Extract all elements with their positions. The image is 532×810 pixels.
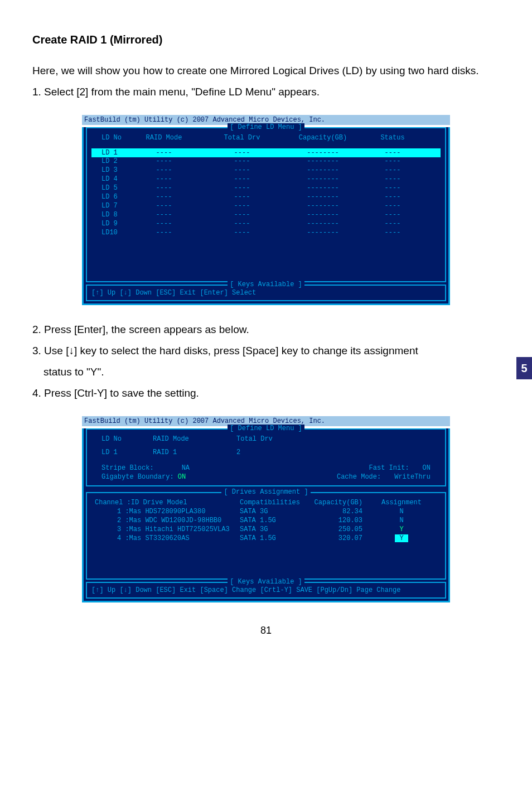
ld-row[interactable]: LD 7-------------------- [91, 202, 441, 210]
ld-row[interactable]: LD 6-------------------- [91, 193, 441, 201]
header-total-drv: Total Drv [231, 435, 309, 443]
step-2: 2. Press [Enter], the screen appears as … [32, 321, 500, 339]
intro-paragraph: Here, we will show you how to create one… [32, 62, 500, 80]
drive-model: 1 :Mas HDS728090PLA380 [95, 508, 240, 515]
ld-cell-total: ---- [203, 220, 281, 228]
gigabyte-boundary-label: Gigabyte Boundary: [101, 473, 174, 481]
header-capacity: Capacity(GB) [312, 499, 374, 507]
header-status: Status [365, 134, 420, 142]
drive-assignment: Y [374, 534, 429, 542]
ld-cell-status: ---- [365, 157, 420, 165]
header-capacity: Capacity(GB) [281, 134, 365, 142]
ld-cell-total: ---- [203, 211, 281, 219]
ld-row[interactable]: LD 8-------------------- [91, 211, 441, 219]
drive-capacity: 120.03 [312, 517, 374, 524]
bios-box-title: [ Define LD Menu ] [228, 123, 304, 131]
drive-assignment: N [374, 517, 429, 524]
ld-cell-ld: LD 2 [91, 157, 125, 165]
drive-row[interactable]: 2 :Mas WDC WD1200JD-98HBB0SATA 1.5G120.0… [91, 517, 441, 524]
step-4: 4. Press [Ctrl-Y] to save the setting. [32, 384, 500, 402]
drive-assignment: N [374, 508, 429, 515]
ld-cell-raid: ---- [125, 157, 203, 165]
drive-assignment: Y [374, 525, 429, 533]
drive-compat: SATA 1.5G [240, 517, 312, 524]
ld-cell-cap: -------- [281, 175, 365, 183]
ld-cell-total: ---- [203, 157, 281, 165]
ld-row-total: 2 [231, 449, 309, 456]
ld-cell-ld: LD 5 [91, 184, 125, 192]
header-raid-mode: RAID Mode [153, 435, 231, 443]
ld-row[interactable]: LD 2-------------------- [91, 157, 441, 165]
ld-cell-raid: ---- [125, 166, 203, 174]
ld-cell-cap: -------- [281, 193, 365, 201]
ld-cell-total: ---- [203, 175, 281, 183]
header-raid-mode: RAID Mode [125, 134, 203, 142]
ld-cell-ld: LD 9 [91, 220, 125, 228]
stripe-block-label: Stripe Block: [101, 464, 154, 472]
ld-cell-status: ---- [365, 175, 420, 183]
ld-cell-total: ---- [203, 166, 281, 174]
ld-row[interactable]: LD 5-------------------- [91, 184, 441, 192]
drive-row[interactable]: 3 :Mas Hitachi HDT725025VLA3SATA 3G250.0… [91, 525, 441, 533]
ld-cell-ld: LD 6 [91, 193, 125, 201]
ld-cell-raid: ---- [125, 211, 203, 219]
drive-model: 4 :Mas ST3320620AS [95, 534, 240, 542]
ld-row[interactable]: LD 9-------------------- [91, 220, 441, 228]
ld-cell-cap: -------- [281, 184, 365, 192]
ld-cell-status: ---- [365, 202, 420, 210]
ld-cell-raid: ---- [125, 220, 203, 228]
header-channel-model: Channel :ID Drive Model [95, 499, 240, 507]
ld-cell-cap: -------- [281, 166, 365, 174]
drive-model: 2 :Mas WDC WD1200JD-98HBB0 [95, 517, 240, 524]
bios-box-title: [ Define LD Menu ] [228, 425, 304, 432]
ld-cell-cap: -------- [281, 202, 365, 210]
drive-compat: SATA 3G [240, 508, 312, 515]
page-number: 81 [32, 625, 500, 637]
keys-footer: [↑] Up [↓] Down [ESC] Exit [Enter] Selec… [91, 289, 441, 297]
ld-cell-cap: -------- [281, 229, 365, 237]
header-assignment: Assignment [374, 499, 429, 507]
ld-cell-raid: ---- [125, 184, 203, 192]
ld-cell-cap: -------- [281, 149, 365, 157]
ld-cell-cap: -------- [281, 211, 365, 219]
ld-cell-total: ---- [203, 193, 281, 201]
ld-cell-total: ---- [203, 202, 281, 210]
cache-mode-value: WriteThru [394, 473, 431, 481]
ld-cell-status: ---- [365, 184, 420, 192]
cache-mode-label: Cache Mode: [337, 473, 381, 481]
step-3-line1: 3. Use [↓] key to select the hard disks,… [32, 342, 500, 360]
fast-init-label: Fast Init: [369, 464, 409, 472]
section-heading: Create RAID 1 (Mirrored) [32, 33, 500, 46]
header-compatibilities: Compatibilities [240, 499, 312, 507]
drive-row[interactable]: 1 :Mas HDS728090PLA380SATA 3G82.34N [91, 508, 441, 515]
drive-compat: SATA 3G [240, 525, 312, 533]
step-1: 1. Select [2] from the main menu, "Defin… [32, 83, 500, 101]
ld-row[interactable]: LD 1-------------------- [91, 148, 441, 157]
ld-row-ld: LD 1 [91, 449, 153, 456]
ld-cell-total: ---- [203, 149, 281, 157]
fast-init-value: ON [423, 464, 431, 472]
ld-row[interactable]: LD10-------------------- [91, 229, 441, 237]
ld-row[interactable]: LD 3-------------------- [91, 166, 441, 174]
ld-cell-status: ---- [365, 149, 420, 157]
ld-cell-status: ---- [365, 193, 420, 201]
step-3-line2: status to "Y". [32, 363, 500, 381]
bios-screen-drives-assignment: FastBuild (tm) Utility (c) 2007 Advanced… [82, 416, 450, 602]
stripe-block-value: NA [182, 464, 190, 472]
bios-screen-define-ld: FastBuild (tm) Utility (c) 2007 Advanced… [82, 115, 450, 305]
ld-cell-ld: LD 3 [91, 166, 125, 174]
ld-cell-ld: LD 8 [91, 211, 125, 219]
ld-cell-raid: ---- [125, 175, 203, 183]
drive-capacity: 320.07 [312, 534, 374, 542]
ld-cell-raid: ---- [125, 202, 203, 210]
ld-row-raid: RAID 1 [153, 449, 231, 456]
ld-row[interactable]: LD 4-------------------- [91, 175, 441, 183]
header-ld-no: LD No [91, 435, 153, 443]
chapter-tab: 5 [516, 357, 532, 379]
document-page: Create RAID 1 (Mirrored) Here, we will s… [0, 0, 532, 659]
ld-cell-total: ---- [203, 184, 281, 192]
ld-cell-total: ---- [203, 229, 281, 237]
drive-row[interactable]: 4 :Mas ST3320620ASSATA 1.5G320.07Y [91, 534, 441, 542]
ld-cell-status: ---- [365, 211, 420, 219]
ld-cell-status: ---- [365, 166, 420, 174]
